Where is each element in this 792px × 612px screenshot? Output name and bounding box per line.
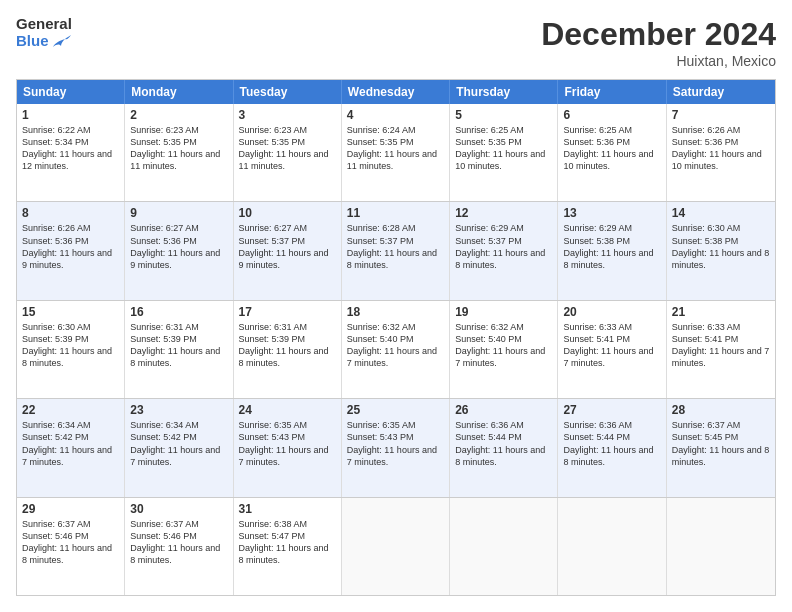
- sunset: Sunset: 5:43 PM: [239, 432, 306, 442]
- sunrise: Sunrise: 6:30 AM: [22, 322, 91, 332]
- day-27: 27 Sunrise: 6:36 AM Sunset: 5:44 PM Dayl…: [558, 399, 666, 496]
- sunrise: Sunrise: 6:32 AM: [455, 322, 524, 332]
- daylight: Daylight: 11 hours and 11 minutes.: [239, 149, 329, 171]
- sunset: Sunset: 5:36 PM: [130, 236, 197, 246]
- day-number: 10: [239, 206, 336, 220]
- day-number: 21: [672, 305, 770, 319]
- day-15: 15 Sunrise: 6:30 AM Sunset: 5:39 PM Dayl…: [17, 301, 125, 398]
- day-23: 23 Sunrise: 6:34 AM Sunset: 5:42 PM Dayl…: [125, 399, 233, 496]
- cell-content: Sunrise: 6:26 AM Sunset: 5:36 PM Dayligh…: [672, 124, 770, 173]
- daylight: Daylight: 11 hours and 8 minutes.: [455, 445, 545, 467]
- sunset: Sunset: 5:38 PM: [672, 236, 739, 246]
- calendar: Sunday Monday Tuesday Wednesday Thursday…: [16, 79, 776, 596]
- daylight: Daylight: 11 hours and 8 minutes.: [563, 445, 653, 467]
- day-29: 29 Sunrise: 6:37 AM Sunset: 5:46 PM Dayl…: [17, 498, 125, 595]
- cell-content: Sunrise: 6:35 AM Sunset: 5:43 PM Dayligh…: [239, 419, 336, 468]
- daylight: Daylight: 11 hours and 8 minutes.: [672, 248, 770, 270]
- page: General Blue December 2024 Huixtan, Mexi…: [0, 0, 792, 612]
- cell-content: Sunrise: 6:34 AM Sunset: 5:42 PM Dayligh…: [130, 419, 227, 468]
- day-number: 11: [347, 206, 444, 220]
- daylight: Daylight: 11 hours and 8 minutes.: [130, 543, 220, 565]
- sunrise: Sunrise: 6:26 AM: [672, 125, 741, 135]
- sunrise: Sunrise: 6:29 AM: [455, 223, 524, 233]
- day-17: 17 Sunrise: 6:31 AM Sunset: 5:39 PM Dayl…: [234, 301, 342, 398]
- daylight: Daylight: 11 hours and 8 minutes.: [455, 248, 545, 270]
- day-6: 6 Sunrise: 6:25 AM Sunset: 5:36 PM Dayli…: [558, 104, 666, 201]
- header-saturday: Saturday: [667, 80, 775, 104]
- day-16: 16 Sunrise: 6:31 AM Sunset: 5:39 PM Dayl…: [125, 301, 233, 398]
- day-number: 30: [130, 502, 227, 516]
- cell-content: Sunrise: 6:31 AM Sunset: 5:39 PM Dayligh…: [239, 321, 336, 370]
- sunset: Sunset: 5:46 PM: [22, 531, 89, 541]
- day-18: 18 Sunrise: 6:32 AM Sunset: 5:40 PM Dayl…: [342, 301, 450, 398]
- month-title: December 2024: [541, 16, 776, 53]
- day-empty-4: [667, 498, 775, 595]
- day-number: 8: [22, 206, 119, 220]
- daylight: Daylight: 11 hours and 10 minutes.: [672, 149, 762, 171]
- header-friday: Friday: [558, 80, 666, 104]
- sunset: Sunset: 5:35 PM: [239, 137, 306, 147]
- cell-content: Sunrise: 6:22 AM Sunset: 5:34 PM Dayligh…: [22, 124, 119, 173]
- day-empty-1: [342, 498, 450, 595]
- sunset: Sunset: 5:39 PM: [130, 334, 197, 344]
- sunrise: Sunrise: 6:36 AM: [455, 420, 524, 430]
- cell-content: Sunrise: 6:37 AM Sunset: 5:46 PM Dayligh…: [22, 518, 119, 567]
- day-number: 31: [239, 502, 336, 516]
- cell-content: Sunrise: 6:30 AM Sunset: 5:39 PM Dayligh…: [22, 321, 119, 370]
- sunset: Sunset: 5:47 PM: [239, 531, 306, 541]
- day-number: 2: [130, 108, 227, 122]
- sunset: Sunset: 5:45 PM: [672, 432, 739, 442]
- sunset: Sunset: 5:36 PM: [672, 137, 739, 147]
- sunset: Sunset: 5:37 PM: [239, 236, 306, 246]
- day-11: 11 Sunrise: 6:28 AM Sunset: 5:37 PM Dayl…: [342, 202, 450, 299]
- cell-content: Sunrise: 6:32 AM Sunset: 5:40 PM Dayligh…: [455, 321, 552, 370]
- day-number: 12: [455, 206, 552, 220]
- day-number: 7: [672, 108, 770, 122]
- sunset: Sunset: 5:37 PM: [455, 236, 522, 246]
- cell-content: Sunrise: 6:24 AM Sunset: 5:35 PM Dayligh…: [347, 124, 444, 173]
- daylight: Daylight: 11 hours and 7 minutes.: [347, 445, 437, 467]
- header-monday: Monday: [125, 80, 233, 104]
- daylight: Daylight: 11 hours and 12 minutes.: [22, 149, 112, 171]
- daylight: Daylight: 11 hours and 10 minutes.: [563, 149, 653, 171]
- sunset: Sunset: 5:35 PM: [130, 137, 197, 147]
- sunset: Sunset: 5:34 PM: [22, 137, 89, 147]
- cell-content: Sunrise: 6:36 AM Sunset: 5:44 PM Dayligh…: [563, 419, 660, 468]
- sunset: Sunset: 5:44 PM: [455, 432, 522, 442]
- day-19: 19 Sunrise: 6:32 AM Sunset: 5:40 PM Dayl…: [450, 301, 558, 398]
- sunrise: Sunrise: 6:34 AM: [22, 420, 91, 430]
- cell-content: Sunrise: 6:30 AM Sunset: 5:38 PM Dayligh…: [672, 222, 770, 271]
- day-number: 4: [347, 108, 444, 122]
- day-number: 13: [563, 206, 660, 220]
- daylight: Daylight: 11 hours and 8 minutes.: [347, 248, 437, 270]
- daylight: Daylight: 11 hours and 9 minutes.: [22, 248, 112, 270]
- sunrise: Sunrise: 6:27 AM: [130, 223, 199, 233]
- sunrise: Sunrise: 6:22 AM: [22, 125, 91, 135]
- day-9: 9 Sunrise: 6:27 AM Sunset: 5:36 PM Dayli…: [125, 202, 233, 299]
- sunset: Sunset: 5:46 PM: [130, 531, 197, 541]
- cell-content: Sunrise: 6:33 AM Sunset: 5:41 PM Dayligh…: [563, 321, 660, 370]
- daylight: Daylight: 11 hours and 7 minutes.: [239, 445, 329, 467]
- day-number: 9: [130, 206, 227, 220]
- daylight: Daylight: 11 hours and 8 minutes.: [563, 248, 653, 270]
- day-number: 18: [347, 305, 444, 319]
- day-25: 25 Sunrise: 6:35 AM Sunset: 5:43 PM Dayl…: [342, 399, 450, 496]
- daylight: Daylight: 11 hours and 11 minutes.: [130, 149, 220, 171]
- sunrise: Sunrise: 6:33 AM: [563, 322, 632, 332]
- title-section: December 2024 Huixtan, Mexico: [541, 16, 776, 69]
- sunset: Sunset: 5:42 PM: [22, 432, 89, 442]
- daylight: Daylight: 11 hours and 8 minutes.: [239, 543, 329, 565]
- logo: General Blue: [16, 16, 72, 51]
- sunset: Sunset: 5:40 PM: [455, 334, 522, 344]
- day-7: 7 Sunrise: 6:26 AM Sunset: 5:36 PM Dayli…: [667, 104, 775, 201]
- day-21: 21 Sunrise: 6:33 AM Sunset: 5:41 PM Dayl…: [667, 301, 775, 398]
- cell-content: Sunrise: 6:37 AM Sunset: 5:45 PM Dayligh…: [672, 419, 770, 468]
- sunrise: Sunrise: 6:29 AM: [563, 223, 632, 233]
- sunrise: Sunrise: 6:27 AM: [239, 223, 308, 233]
- day-number: 23: [130, 403, 227, 417]
- daylight: Daylight: 11 hours and 7 minutes.: [22, 445, 112, 467]
- day-empty-3: [558, 498, 666, 595]
- day-20: 20 Sunrise: 6:33 AM Sunset: 5:41 PM Dayl…: [558, 301, 666, 398]
- cell-content: Sunrise: 6:32 AM Sunset: 5:40 PM Dayligh…: [347, 321, 444, 370]
- header-tuesday: Tuesday: [234, 80, 342, 104]
